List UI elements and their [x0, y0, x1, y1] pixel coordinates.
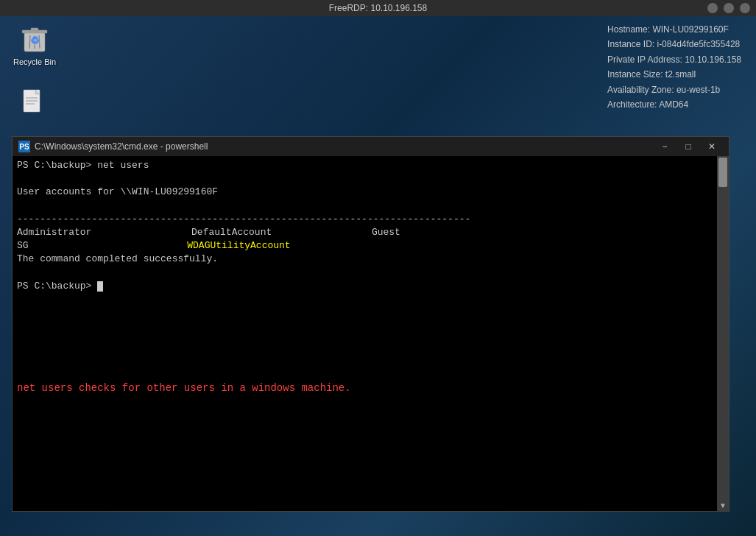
maximize-traffic-light[interactable] [724, 3, 734, 13]
terminal-line-blank-1 [17, 172, 713, 186]
ps-title-bar: PS C:\Windows\system32\cmd.exe - powersh… [13, 137, 729, 156]
title-bar-title: FreeRDP: 10.10.196.158 [329, 3, 427, 13]
powershell-window: PS C:\Windows\system32\cmd.exe - powersh… [12, 136, 729, 512]
ps-scrollbar-down-arrow[interactable]: ▼ [717, 499, 729, 511]
recycle-bin-icon[interactable]: ♻ Recycle Bin [9, 22, 60, 66]
ps-scrollbar[interactable]: ▼ [717, 156, 729, 511]
ps-close-button[interactable]: ✕ [701, 139, 723, 154]
terminal-line-blank-2 [17, 200, 713, 213]
minimize-traffic-light[interactable] [707, 3, 718, 13]
recycle-bin-svg: ♻ [20, 22, 49, 54]
terminal-line-users-2: SG WDAGUtilityAccount [17, 239, 713, 253]
ps-body: PS C:\backup> net users User accounts fo… [13, 156, 729, 511]
recycle-bin-label: Recycle Bin [13, 57, 56, 66]
document-icon[interactable] [12, 88, 56, 116]
architecture-label: Architecture: AMD64 [607, 97, 741, 112]
terminal-line-3: User accounts for \\WIN-LU09299160F [17, 186, 713, 199]
instance-size-label: Instance Size: t2.small [607, 67, 741, 82]
terminal-line-separator: ----------------------------------------… [17, 213, 713, 226]
terminal-annotation: net users checks for other users in a wi… [17, 381, 713, 396]
ps-scrollbar-thumb[interactable] [718, 158, 727, 187]
document-svg [22, 88, 46, 116]
terminal-cursor [97, 281, 103, 292]
terminal-line-prompt: PS C:\backup> [17, 280, 713, 293]
close-traffic-light[interactable] [740, 3, 750, 13]
terminal-blank-area [17, 293, 713, 381]
ps-app-icon: PS [18, 141, 30, 152]
private-ip-label: Private IP Address: 10.10.196.158 [607, 52, 741, 67]
ps-maximize-button[interactable]: □ [677, 139, 699, 154]
ps-window-controls: − □ ✕ [654, 139, 723, 154]
ps-window-title: C:\Windows\system32\cmd.exe - powershell [35, 141, 654, 152]
info-panel: Hostname: WIN-LU09299160F Instance ID: i… [607, 22, 741, 112]
terminal-line-blank-3 [17, 267, 713, 280]
ps-terminal-content[interactable]: PS C:\backup> net users User accounts fo… [13, 156, 717, 511]
title-bar: FreeRDP: 10.10.196.158 [0, 0, 756, 16]
svg-rect-5 [31, 28, 38, 31]
ps-minimize-button[interactable]: − [654, 139, 676, 154]
hostname-label: Hostname: WIN-LU09299160F [607, 22, 741, 37]
instance-id-label: Instance ID: i-084d4fde5fc355428 [607, 37, 741, 52]
terminal-line-1: PS C:\backup> net users [17, 159, 713, 172]
terminal-line-completed: The command completed successfully. [17, 253, 713, 266]
title-bar-controls [707, 3, 750, 13]
availability-zone-label: Availability Zone: eu-west-1b [607, 82, 741, 97]
terminal-line-users: Administrator DefaultAccount Guest [17, 226, 713, 239]
desktop: FreeRDP: 10.10.196.158 ♻ Recycle Bin [0, 0, 756, 536]
svg-text:♻: ♻ [30, 35, 40, 46]
